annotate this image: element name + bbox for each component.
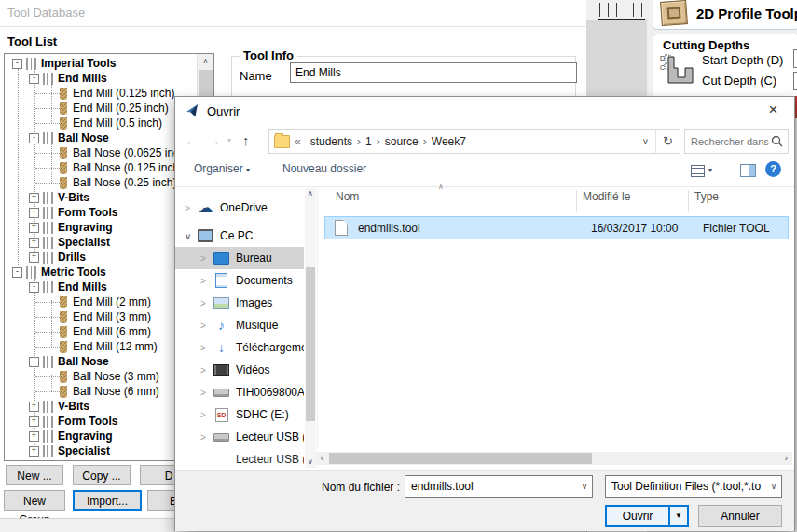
dialog-titlebar[interactable]: Ouvrir ×	[175, 97, 794, 125]
collapse-icon[interactable]: -	[12, 59, 22, 69]
back-icon[interactable]: ←	[185, 132, 199, 148]
search-input[interactable]	[685, 135, 771, 148]
chevron-down-icon[interactable]: ∨	[766, 482, 781, 491]
filename-combo[interactable]: ∨	[405, 475, 593, 498]
chevron-right-icon[interactable]: >	[200, 253, 213, 264]
file-row-endmills[interactable]: endmills.tool 16/03/2017 10:00 Fichier T…	[324, 216, 789, 239]
address-bar[interactable]: « students › 1 › source › Week7 ∨ ↻	[268, 129, 680, 154]
file-type: Fichier TOOL	[703, 222, 770, 235]
views-dropdown-icon[interactable]: ▾	[708, 166, 712, 174]
scroll-down-icon[interactable]: ∨	[305, 457, 316, 468]
scroll-left-icon[interactable]: ‹	[316, 452, 328, 465]
nav-item-musique[interactable]: >♪Musique	[175, 314, 304, 336]
tool-name-field[interactable]	[290, 62, 577, 83]
new-tool-button[interactable]: New ...	[6, 465, 63, 485]
nav-item-onedrive[interactable]: >☁OneDrive	[175, 197, 304, 219]
refresh-icon[interactable]: ↻	[656, 134, 680, 148]
expand-icon[interactable]: +	[29, 446, 39, 457]
preview-pane-icon[interactable]	[740, 164, 756, 177]
column-divider[interactable]	[576, 190, 577, 212]
column-header-nom[interactable]: Nom	[336, 190, 359, 203]
start-depth-field[interactable]	[793, 49, 797, 68]
nav-item-sdhc[interactable]: >SDSDHC (E:)	[175, 403, 304, 426]
expand-icon[interactable]: +	[29, 402, 39, 412]
breadcrumb-segment-students[interactable]: students	[310, 135, 352, 148]
recent-dropdown-icon[interactable]: ▾	[227, 136, 231, 144]
scrollbar-thumb[interactable]	[306, 267, 315, 421]
scroll-up-icon[interactable]: ∧	[198, 54, 213, 69]
help-icon[interactable]: ?	[765, 161, 781, 177]
nav-item-images[interactable]: >Images	[175, 292, 304, 314]
chevron-right-icon[interactable]: >	[200, 365, 213, 375]
chevron-down-icon[interactable]: ∨	[185, 231, 198, 241]
breadcrumb-segment-source[interactable]: source	[385, 135, 419, 148]
column-divider[interactable]	[688, 190, 689, 212]
scroll-up-icon[interactable]: ∧	[305, 188, 316, 199]
chevron-right-icon[interactable]: >	[200, 298, 213, 308]
expand-icon[interactable]: +	[29, 416, 39, 427]
toolpath-header-card: 2D Profile Toolpath	[653, 0, 797, 30]
sd-card-icon: SD	[215, 408, 228, 422]
ruler-ticks	[599, 3, 642, 17]
search-box[interactable]	[684, 129, 789, 154]
tree-item-end-mills-imperial[interactable]: -End Mills	[5, 71, 214, 86]
expand-icon[interactable]: +	[29, 431, 39, 442]
breadcrumb-segment-week7[interactable]: Week7	[432, 135, 466, 148]
breadcrumb-segment-1[interactable]: 1	[365, 135, 372, 148]
address-dropdown-icon[interactable]: ∨	[636, 136, 655, 146]
nav-item-telechargements[interactable]: >↓Téléchargements	[175, 336, 304, 359]
filetype-combo[interactable]: Tool Definition Files (*.tool;*.to ∨	[605, 475, 782, 498]
expand-icon[interactable]: +	[29, 238, 39, 248]
nav-scrollbar[interactable]: ∧ ∨	[305, 188, 316, 468]
import-button[interactable]: Import...	[73, 490, 142, 511]
tool-group-icon	[43, 132, 54, 144]
scroll-right-icon[interactable]: ›	[780, 452, 792, 465]
chevron-right-icon[interactable]: >	[200, 388, 213, 398]
tree-item-imperial-tools[interactable]: -Imperial Tools	[5, 56, 203, 71]
open-dropdown-icon[interactable]: ▼	[670, 507, 687, 525]
forward-icon[interactable]: →	[207, 132, 221, 148]
close-icon[interactable]: ×	[752, 97, 794, 125]
collapse-icon[interactable]: -	[29, 74, 39, 84]
collapse-icon[interactable]: -	[29, 282, 39, 293]
chevron-down-icon[interactable]: ∨	[577, 482, 592, 491]
column-header-type[interactable]: Type	[694, 190, 719, 203]
filename-input[interactable]	[405, 479, 577, 494]
collapse-icon[interactable]: -	[29, 357, 39, 367]
chevron-right-icon[interactable]: >	[200, 343, 213, 353]
new-group-button[interactable]: New Group	[4, 490, 65, 511]
screen: Tool Database Tool List -Imperial Tools …	[0, 0, 797, 532]
chevron-right-icon[interactable]: >	[200, 432, 213, 443]
copy-tool-button[interactable]: Copy ...	[73, 465, 131, 485]
nav-item-ce-pc[interactable]: ∨Ce PC	[175, 225, 304, 247]
horizontal-scrollbar[interactable]: ‹ ›	[316, 452, 792, 465]
breadcrumb-overflow[interactable]: «	[295, 135, 301, 148]
chevron-right-icon[interactable]: >	[185, 203, 198, 213]
cut-depth-field[interactable]	[793, 72, 797, 90]
expand-icon[interactable]: +	[29, 208, 39, 218]
cancel-button[interactable]: Annuler	[698, 505, 782, 527]
collapse-icon[interactable]: -	[12, 267, 22, 278]
divider	[317, 188, 318, 451]
expand-icon[interactable]: +	[29, 252, 39, 263]
chevron-right-icon[interactable]: >	[200, 276, 213, 286]
organize-menu[interactable]: Organiser ▾	[194, 162, 250, 175]
up-icon[interactable]: ↑	[242, 132, 250, 148]
filetype-value: Tool Definition Files (*.tool;*.to	[606, 480, 766, 493]
chevron-right-icon[interactable]: >	[200, 410, 213, 420]
chevron-right-icon[interactable]: >	[200, 321, 213, 331]
view-details-icon[interactable]	[691, 165, 705, 177]
nav-item-usb-f[interactable]: >Lecteur USB (F:)	[175, 426, 304, 448]
nav-item-bureau[interactable]: >Bureau	[175, 247, 304, 269]
scrollbar-thumb[interactable]	[329, 453, 592, 464]
nav-item-drive-c[interactable]: >TIH0069800A (C:	[175, 381, 304, 403]
nav-item-videos[interactable]: >Vidéos	[175, 359, 304, 381]
column-header-modifie[interactable]: Modifié le	[583, 190, 630, 203]
expand-icon[interactable]: +	[29, 193, 39, 203]
collapse-icon[interactable]: -	[29, 133, 39, 143]
nav-item-documents[interactable]: >Documents	[175, 269, 304, 292]
open-button[interactable]: Ouvrir ▼	[605, 505, 689, 527]
expand-icon[interactable]: +	[29, 223, 39, 233]
nav-item-usb-f-partial[interactable]: Lecteur USB (F:	[175, 448, 304, 470]
new-folder-button[interactable]: Nouveau dossier	[282, 162, 366, 175]
